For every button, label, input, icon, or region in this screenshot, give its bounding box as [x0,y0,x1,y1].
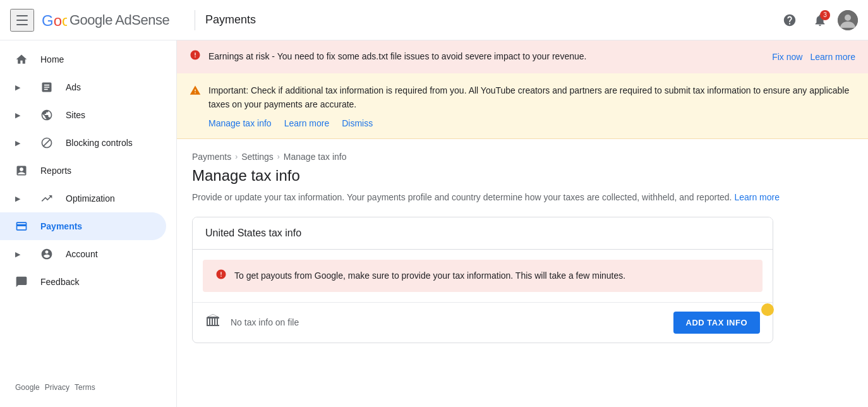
sidebar-item-ads[interactable]: ▶ Ads [0,73,166,101]
page-title: Manage tax info [192,167,853,185]
earnings-alert-icon [190,49,201,64]
earnings-alert-actions: Fix now Learn more [772,52,855,62]
page-content-area: Manage tax info Provide or update your t… [177,167,868,358]
sidebar-item-label: Blocking controls [66,138,133,148]
payments-icon [15,220,30,233]
sites-chevron-icon: ▶ [15,111,30,119]
sidebar-item-label: Sites [66,110,85,120]
no-tax-text: No tax info on file [231,317,673,327]
tax-card-body: To get payouts from Google, make sure to… [193,260,773,343]
sidebar-item-label: Payments [40,221,82,231]
sidebar-item-payments[interactable]: Payments [0,212,166,240]
feedback-icon [15,276,30,288]
tax-error-text: To get payouts from Google, make sure to… [234,270,625,281]
header-actions: 3 [777,8,858,33]
sidebar: Home ▶ Ads ▶ Sites ▶ Blocking controls [0,40,177,407]
user-avatar[interactable] [838,10,858,30]
sidebar-item-label: Home [40,54,64,64]
footer-terms[interactable]: Terms [75,383,95,392]
sidebar-item-blocking-controls[interactable]: ▶ Blocking controls [0,129,166,157]
breadcrumb-sep-2: › [277,152,280,161]
sidebar-item-reports[interactable]: Reports [0,157,166,185]
logo: Google Google AdSense [42,12,169,28]
sidebar-item-feedback[interactable]: Feedback [0,268,166,296]
tax-error-bar: To get payouts from Google, make sure to… [203,260,763,292]
optimization-icon [40,192,56,205]
tax-warning-alert: Important: Check if additional tax infor… [177,73,868,139]
footer-privacy[interactable]: Privacy [45,383,69,392]
warning-links: Manage tax info Learn more Dismiss [208,118,855,128]
header-divider [195,10,195,30]
sidebar-item-label: Feedback [40,277,79,287]
breadcrumb-current: Manage tax info [284,152,347,162]
google-logo-icon: Google [42,12,67,28]
tax-card-header: United States tax info [193,217,773,250]
blocking-chevron-icon: ▶ [15,139,30,147]
header: Google Google AdSense Payments 3 [0,0,868,40]
manage-tax-info-link[interactable]: Manage tax info [208,118,272,128]
help-icon [783,13,797,27]
page-description: Provide or update your tax information. … [192,191,853,204]
reports-icon [15,164,30,177]
add-tax-info-button[interactable]: ADD TAX INFO [673,312,760,334]
footer-google: Google [15,383,40,392]
notifications-button[interactable]: 3 [807,8,833,33]
tax-error-icon [215,269,227,283]
sites-icon [40,109,56,121]
warning-top: Important: Check if additional tax infor… [190,83,855,112]
tax-learn-more-link[interactable]: Learn more [284,118,330,128]
dismiss-link[interactable]: Dismiss [342,118,373,128]
notification-badge: 3 [820,10,830,20]
breadcrumb-sep-1: › [235,152,238,161]
tax-file-icon [205,313,220,332]
earnings-learn-more-link[interactable]: Learn more [810,52,855,62]
sidebar-item-sites[interactable]: ▶ Sites [0,101,166,129]
earnings-alert-text: Earnings at risk - You need to fix some … [208,50,757,63]
breadcrumb-settings[interactable]: Settings [241,152,274,162]
sidebar-item-optimization[interactable]: ▶ Optimization [0,185,166,212]
error-circle-icon [190,49,201,61]
avatar-icon [838,10,858,30]
fix-now-link[interactable]: Fix now [772,52,802,62]
help-button[interactable] [777,8,802,33]
home-icon [15,53,30,66]
sidebar-item-label: Ads [66,82,81,92]
tax-info-card: United States tax info To get payouts fr… [192,217,773,343]
blocking-icon [40,137,56,149]
sidebar-footer: Google Privacy Terms [0,373,176,402]
error-icon [215,269,227,280]
header-page-title: Payments [205,13,256,27]
breadcrumb-payments[interactable]: Payments [192,152,231,162]
ads-chevron-icon: ▶ [15,83,30,92]
account-icon [40,248,56,260]
layout: Home ▶ Ads ▶ Sites ▶ Blocking controls [0,40,868,407]
breadcrumb: Payments › Settings › Manage tax info [177,139,868,167]
bank-icon [205,313,220,328]
tax-no-file-row: No tax info on file ADD TAX INFO [193,302,773,343]
sidebar-item-home[interactable]: Home [0,46,166,73]
svg-text:Google: Google [42,12,67,28]
account-chevron-icon: ▶ [15,250,30,258]
earnings-alert: Earnings at risk - You need to fix some … [177,40,868,73]
warning-triangle-icon [190,85,201,99]
sidebar-item-label: Account [66,249,98,259]
ads-icon [40,81,56,94]
menu-button[interactable] [10,9,34,32]
sidebar-item-account[interactable]: ▶ Account [0,240,166,268]
tax-warning-text: Important: Check if additional tax infor… [208,83,855,112]
main-content: Earnings at risk - You need to fix some … [177,40,868,407]
header-left: Google Google AdSense [10,9,187,32]
page-desc-text: Provide or update your tax information. … [192,192,732,202]
optimization-chevron-icon: ▶ [15,195,30,203]
app-name: Google AdSense [69,12,169,28]
page-learn-more-link[interactable]: Learn more [734,192,780,202]
sidebar-item-label: Optimization [66,193,115,204]
svg-point-2 [845,15,851,21]
sidebar-item-label: Reports [40,166,71,176]
